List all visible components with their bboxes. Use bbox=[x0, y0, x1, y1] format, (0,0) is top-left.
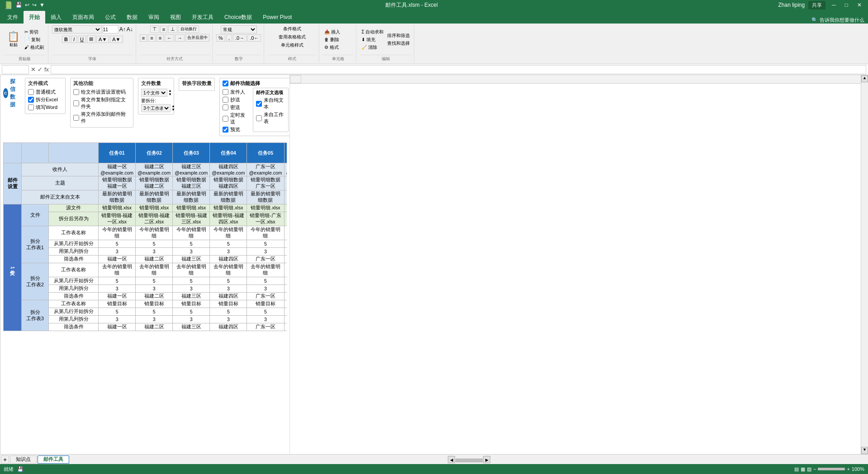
scroll-down-btn[interactable]: ▼ bbox=[861, 447, 868, 454]
merge-btn[interactable]: 合并后居中 bbox=[185, 34, 209, 42]
clear-btn[interactable]: 🧹 清除 bbox=[360, 44, 385, 51]
tab-power[interactable]: Power Pivot bbox=[257, 11, 297, 24]
formula-input[interactable] bbox=[51, 65, 866, 74]
align-mid-btn[interactable]: ≡ bbox=[160, 26, 167, 33]
title: 邮件工具.xlsm - Excel bbox=[45, 1, 778, 9]
italic-btn[interactable]: I bbox=[71, 36, 77, 43]
task-05: 任务05 bbox=[247, 143, 284, 163]
bold-btn[interactable]: B bbox=[62, 36, 70, 43]
sheet-tab-zhishidian[interactable]: 知识点 bbox=[10, 455, 37, 464]
cc-check[interactable] bbox=[223, 97, 228, 103]
search-label[interactable]: 告诉我你想要做什么 bbox=[820, 17, 864, 24]
set-password-check[interactable] bbox=[73, 89, 79, 95]
qat-more[interactable]: ▼ bbox=[39, 2, 45, 8]
comma-btn[interactable]: , bbox=[226, 34, 232, 42]
cut-btn[interactable]: ✂ 剪切 bbox=[23, 28, 45, 36]
font-name-select[interactable]: 微软雅黑 bbox=[52, 25, 102, 33]
find-btn[interactable]: 查找和选择 bbox=[386, 40, 411, 47]
view-page-btn[interactable]: ▨ bbox=[807, 466, 811, 472]
font-size-down[interactable]: A↓ bbox=[127, 26, 133, 33]
scroll-thumb[interactable] bbox=[455, 459, 483, 462]
email-feature-check[interactable] bbox=[223, 81, 228, 86]
border-btn[interactable]: ⊞ bbox=[87, 35, 95, 43]
tab-dev[interactable]: 开发工具 bbox=[186, 11, 219, 24]
align-right-btn[interactable]: ≡ bbox=[157, 34, 164, 42]
delete-cell-btn[interactable]: 🗑 删除 bbox=[323, 36, 342, 43]
table-style-btn[interactable]: 套用表格格式 bbox=[277, 33, 307, 41]
font-color-btn[interactable]: A▼ bbox=[110, 36, 123, 43]
underline-btn[interactable]: U bbox=[78, 36, 86, 43]
zoom-in-btn[interactable]: + bbox=[847, 466, 849, 472]
from-sheet-check[interactable] bbox=[256, 115, 262, 121]
close-btn[interactable]: ✕ bbox=[854, 1, 864, 9]
cell-reference[interactable]: Q6 bbox=[2, 65, 29, 74]
dec-dec-btn[interactable]: .0← bbox=[247, 34, 261, 42]
scroll-left-btn[interactable]: ◀ bbox=[448, 456, 455, 463]
align-top-btn[interactable]: ⊤ bbox=[150, 25, 159, 33]
split-excel-check[interactable] bbox=[28, 97, 34, 103]
autosum-btn[interactable]: Σ 自动求和 bbox=[360, 28, 385, 36]
scroll-track-v[interactable] bbox=[861, 82, 868, 447]
maximize-btn[interactable]: □ bbox=[842, 1, 851, 9]
insert-cell-btn[interactable]: 📥 插入 bbox=[323, 28, 342, 36]
qat-save[interactable]: 💾 bbox=[15, 2, 22, 8]
add-attach-check[interactable] bbox=[73, 115, 79, 121]
view-normal-btn[interactable]: ▤ bbox=[794, 466, 799, 472]
share-btn[interactable]: 共享 bbox=[808, 1, 825, 9]
copy-btn[interactable]: 📄 复制 bbox=[23, 36, 45, 43]
split-count-select[interactable]: 3个工作表 bbox=[141, 104, 171, 112]
bcc-check[interactable] bbox=[223, 104, 228, 110]
add-sheet-btn[interactable]: + bbox=[1, 455, 9, 464]
tab-insert[interactable]: 插入 bbox=[45, 11, 67, 24]
qat-redo[interactable]: ↪ bbox=[32, 2, 37, 8]
number-format-select[interactable]: 常规 bbox=[221, 25, 257, 33]
fill-btn[interactable]: ⬇ 填充 bbox=[360, 36, 385, 43]
preview-check[interactable] bbox=[223, 127, 228, 133]
file-count-select[interactable]: 1个文件 bbox=[141, 89, 167, 97]
dec-inc-btn[interactable]: .0→ bbox=[233, 34, 247, 42]
zoom-out-btn[interactable]: − bbox=[813, 466, 816, 472]
insert-func-icon[interactable]: fx bbox=[44, 66, 49, 73]
tab-data[interactable]: 数据 bbox=[121, 11, 143, 24]
format-btn[interactable]: 🖌 格式刷 bbox=[23, 44, 45, 51]
cell-style-btn[interactable]: 单元格样式 bbox=[280, 42, 305, 49]
tab-formula[interactable]: 公式 bbox=[100, 11, 121, 24]
wrap-btn[interactable]: 自动换行 bbox=[178, 25, 199, 33]
view-layout-btn[interactable]: ▦ bbox=[801, 466, 805, 472]
minimize-btn[interactable]: ─ bbox=[829, 1, 839, 9]
tab-home[interactable]: 开始 bbox=[24, 11, 45, 24]
confirm-icon[interactable]: ✓ bbox=[38, 66, 43, 73]
count-down[interactable]: ▼ bbox=[168, 93, 172, 96]
qat-undo[interactable]: ↩ bbox=[25, 2, 29, 8]
sort-btn[interactable]: 排序和筛选 bbox=[386, 32, 411, 39]
fill-word-check[interactable] bbox=[28, 104, 34, 110]
scroll-up-btn[interactable]: ▲ bbox=[861, 75, 868, 82]
percent-btn[interactable]: % bbox=[216, 34, 225, 42]
tab-layout[interactable]: 页面布局 bbox=[67, 11, 100, 24]
tab-view[interactable]: 视图 bbox=[165, 11, 186, 24]
font-size-input[interactable] bbox=[103, 25, 119, 33]
align-center-btn[interactable]: ≡ bbox=[148, 34, 155, 42]
tab-choice[interactable]: Choice数据 bbox=[219, 11, 257, 24]
func-icon[interactable]: ✕ bbox=[31, 66, 36, 73]
tab-review[interactable]: 审阅 bbox=[143, 11, 165, 24]
font-size-up[interactable]: A↑ bbox=[119, 26, 126, 33]
indent-inc-btn[interactable]: → bbox=[175, 34, 185, 42]
paste-btn[interactable]: 📋 粘贴 bbox=[5, 30, 22, 49]
scroll-right-btn[interactable]: ▶ bbox=[483, 456, 490, 463]
copy-folder-check[interactable] bbox=[73, 100, 79, 106]
fill-color-btn[interactable]: A▼ bbox=[96, 36, 109, 43]
sender-check[interactable] bbox=[223, 89, 228, 95]
conditional-btn[interactable]: 条件格式 bbox=[282, 25, 303, 33]
split-down[interactable]: ▼ bbox=[171, 108, 175, 112]
normal-mode-check[interactable] bbox=[28, 89, 34, 95]
sheet-tab-youjian[interactable]: 邮件工具 bbox=[38, 455, 69, 464]
scheduled-check[interactable] bbox=[223, 116, 228, 122]
align-left-btn[interactable]: ≡ bbox=[140, 34, 147, 42]
zoom-slider[interactable] bbox=[818, 468, 845, 470]
format-cell-btn[interactable]: ⚙ 格式 bbox=[323, 44, 342, 51]
align-bot-btn[interactable]: ⊥ bbox=[168, 25, 177, 33]
tab-file[interactable]: 文件 bbox=[2, 11, 24, 24]
from-text-check[interactable] bbox=[256, 101, 262, 107]
indent-dec-btn[interactable]: ← bbox=[165, 34, 174, 42]
